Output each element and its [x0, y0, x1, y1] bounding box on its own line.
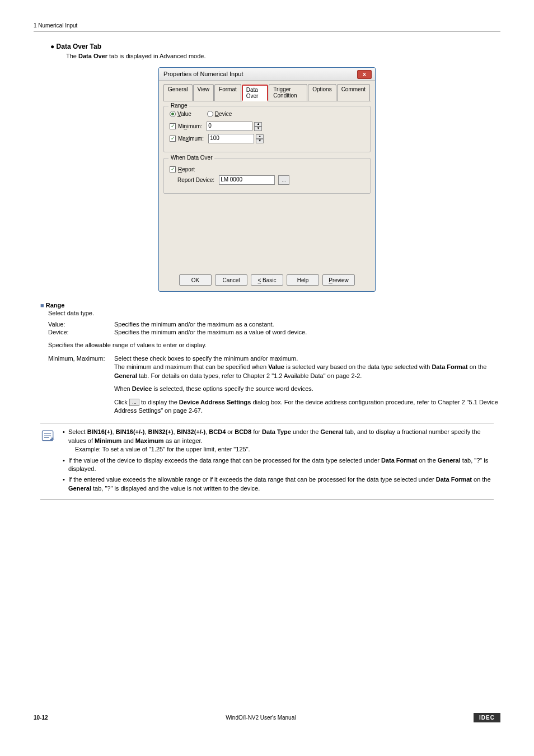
range-legend: Range: [168, 102, 189, 109]
value-def-label: Value:: [48, 321, 114, 328]
section-intro: The Data Over tab is displayed in Advanc…: [34, 53, 500, 59]
tab-options[interactable]: Options: [308, 84, 336, 101]
help-button[interactable]: Help: [287, 274, 319, 286]
value-radio[interactable]: [170, 111, 176, 117]
dialog-title-text: Properties of Numerical Input: [163, 71, 243, 77]
tab-format[interactable]: Format: [214, 84, 241, 101]
note-item-1-example: Example: To set a value of "1.25" for th…: [68, 445, 494, 454]
note-item-1: Select BIN16(+), BIN16(+/-), BIN32(+), B…: [62, 428, 494, 454]
ok-button[interactable]: OK: [179, 274, 212, 286]
dialog-title-bar: Properties of Numerical Input X: [159, 68, 375, 81]
properties-dialog: Properties of Numerical Input X General …: [158, 67, 376, 292]
minmax-desc4: Click ... to display the Device Address …: [34, 398, 500, 416]
maximum-checkbox[interactable]: [170, 136, 176, 142]
tab-strip: General View Format Data Over Trigger Co…: [163, 84, 371, 101]
value-def-desc: Specifies the minimum and/or the maximum…: [114, 321, 500, 328]
range-subtext: Select data type.: [34, 310, 500, 316]
max-spin-up[interactable]: ▲: [256, 134, 264, 139]
basic-button[interactable]: < Basic: [251, 274, 283, 286]
minmax-desc2: The minimum and maximum that can be spec…: [34, 363, 500, 380]
page-footer: 10-12 WindO/I-NV2 User's Manual IDEC: [34, 713, 500, 722]
min-spin-up[interactable]: ▲: [254, 122, 262, 127]
when-data-over-group: When Data Over Report Report Device: LM …: [163, 158, 371, 194]
minimum-input[interactable]: 0: [207, 122, 252, 131]
minimum-label: Minimum:: [178, 123, 202, 129]
max-spin-down[interactable]: ▼: [256, 139, 264, 143]
report-device-browse-button[interactable]: ...: [278, 175, 289, 185]
tab-general[interactable]: General: [163, 84, 193, 101]
report-label: Report: [178, 166, 195, 172]
preview-button[interactable]: Preview: [322, 274, 355, 286]
note-item-2: If the value of the device to display ex…: [62, 456, 494, 474]
device-radio[interactable]: [207, 111, 213, 117]
range-group: Range Value Device Minimum: 0 ▲▼: [163, 106, 371, 152]
manual-title: WindO/I-NV2 User's Manual: [226, 715, 296, 721]
value-radio-label: Value: [177, 111, 191, 117]
ellipsis-icon: ...: [129, 399, 139, 406]
device-def-label: Device:: [48, 329, 114, 335]
minmax-label: Minimum, Maximum:: [48, 355, 114, 362]
note-icon: [40, 428, 56, 444]
minimum-checkbox[interactable]: [170, 123, 176, 129]
maximum-label: Maximum:: [178, 136, 204, 142]
brand-badge: IDEC: [474, 713, 500, 722]
cancel-button[interactable]: Cancel: [215, 274, 247, 286]
tab-view[interactable]: View: [193, 84, 214, 101]
tab-data-over[interactable]: Data Over: [242, 85, 269, 101]
note-box: Select BIN16(+), BIN16(+/-), BIN32(+), B…: [40, 423, 494, 500]
device-radio-label: Device: [215, 111, 232, 117]
tab-comment[interactable]: Comment: [337, 84, 370, 101]
page-header: 1 Numerical Input: [34, 22, 500, 31]
wdo-legend: When Data Over: [168, 155, 214, 161]
tab-trigger[interactable]: Trigger Condition: [269, 84, 307, 101]
allowable-range-text: Specifies the allowable range of values …: [34, 341, 500, 349]
minmax-desc3: When Device is selected, these options s…: [34, 385, 500, 393]
report-device-input[interactable]: LM 0000: [219, 175, 275, 185]
section-title: Data Over Tab: [34, 43, 500, 50]
close-button[interactable]: X: [357, 70, 372, 79]
report-checkbox[interactable]: [170, 166, 176, 172]
report-device-label: Report Device:: [177, 177, 214, 183]
range-heading: Range: [40, 302, 500, 309]
note-item-3: If the entered value exceeds the allowab…: [62, 475, 494, 493]
maximum-input[interactable]: 100: [208, 134, 254, 143]
page-number: 10-12: [34, 715, 48, 721]
min-spin-down[interactable]: ▼: [254, 127, 262, 131]
device-def-desc: Specifies the minimum and/or the maximum…: [114, 329, 500, 335]
minmax-desc1: Select these check boxes to specify the …: [114, 355, 500, 362]
